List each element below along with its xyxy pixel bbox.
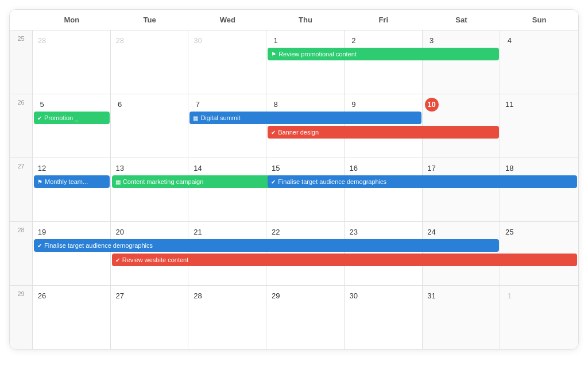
day-num-w1-d3: 8 [269, 98, 283, 112]
day-num-w1-d2: 7 [191, 98, 204, 112]
day-header-sat: Sat [423, 10, 501, 30]
day-num-w4-d0: 26 [35, 289, 49, 303]
day-cell-w4-d6[interactable]: 1 [500, 286, 578, 349]
event-review-promotional-content-w0[interactable]: ⚑Review promotional content [268, 48, 499, 60]
day-cell-w1-d0[interactable]: 5 [33, 94, 111, 158]
day-header-tue: Tue [111, 10, 189, 30]
events-placeholder-w0-d2 [191, 50, 264, 63]
day-num-w0-d1: 28 [113, 34, 127, 48]
day-num-w4-d4: 30 [347, 289, 361, 303]
week-num-0: 25 [10, 30, 33, 94]
day-num-w0-d6: 4 [502, 34, 516, 48]
events-placeholder-w0-d1 [113, 50, 186, 63]
week-row-2: 2712131415161718⚑Monthly team...▦Content… [10, 158, 578, 222]
week-row-3: 2819202122232425✔Finalise target audienc… [10, 222, 578, 286]
day-num-w4-d2: 28 [191, 289, 204, 303]
day-header-fri: Fri [345, 10, 423, 30]
day-num-w3-d1: 20 [113, 225, 127, 239]
day-cell-w0-d2[interactable]: 30 [188, 30, 266, 94]
event-icon: ⚑ [37, 179, 42, 185]
event-icon: ✔ [37, 115, 42, 121]
event-label: Review promotional content [278, 51, 357, 57]
event-label: Banner design [278, 129, 319, 136]
day-cell-w0-d6[interactable]: 4 [500, 30, 578, 94]
event-digital-summit-w1[interactable]: ▦Digital summit [189, 112, 421, 124]
event-icon: ▦ [115, 179, 121, 185]
event-label: Promotion _ [44, 114, 78, 121]
day-num-w3-d4: 23 [347, 225, 361, 239]
event-promotion-_-w1[interactable]: ✔Promotion _ [34, 112, 110, 124]
calendar-body: 252828301234⚑Review promotional content2… [10, 30, 578, 349]
day-cell-w2-d1[interactable]: 13 [111, 158, 189, 221]
day-num-w3-d0: 19 [35, 225, 49, 239]
day-num-w1-d0: 5 [35, 98, 49, 112]
day-num-w2-d0: 12 [35, 162, 49, 175]
calendar: Mon Tue Wed Thu Fri Sat Sun 252828301234… [9, 9, 579, 350]
day-cell-w4-d0[interactable]: 26 [33, 286, 111, 349]
day-num-w0-d0: 28 [35, 34, 49, 48]
day-cell-w4-d5[interactable]: 31 [423, 286, 501, 349]
day-cell-w0-d4[interactable]: 2 [345, 30, 423, 94]
event-icon: ✔ [37, 243, 42, 249]
events-placeholder-w0-d6 [502, 50, 576, 63]
day-num-w2-d5: 17 [425, 162, 439, 175]
week-row-1: 26567891011✔Promotion _▦Digital summit✔B… [10, 94, 578, 158]
events-placeholder-w1-d1 [113, 114, 186, 141]
day-cell-w2-d6[interactable]: 18 [500, 158, 578, 221]
day-cell-w4-d1[interactable]: 27 [111, 286, 189, 349]
day-cell-w0-d0[interactable]: 28 [33, 30, 111, 94]
day-num-w1-d6: 11 [502, 98, 516, 112]
event-label: Finalise target audience demographics [44, 242, 153, 249]
day-cell-w2-d4[interactable]: 16 [345, 158, 423, 221]
event-finalise-target-audience-demographics-w3[interactable]: ✔Finalise target audience demographics [34, 239, 499, 252]
week-row-4: 292627282930311 [10, 286, 578, 349]
day-num-w0-d4: 2 [347, 34, 361, 48]
event-icon: ⚑ [271, 51, 276, 57]
event-banner-design-w1[interactable]: ✔Banner design [268, 126, 499, 139]
day-num-w2-d6: 18 [502, 162, 516, 175]
week-num-4: 29 [10, 286, 33, 349]
day-num-w2-d3: 15 [269, 162, 283, 175]
day-header-thu: Thu [266, 10, 345, 30]
day-cell-w3-d0[interactable]: 19 [33, 222, 111, 285]
day-num-w1-d4: 9 [347, 98, 361, 112]
day-num-w3-d2: 21 [191, 225, 204, 239]
day-cell-w2-d3[interactable]: 15 [266, 158, 345, 221]
day-cell-w2-d5[interactable]: 17 [423, 158, 501, 221]
day-cell-w4-d3[interactable]: 29 [266, 286, 345, 349]
day-cell-w4-d4[interactable]: 30 [345, 286, 423, 349]
day-cell-w2-d0[interactable]: 12 [33, 158, 111, 221]
day-num-w0-d2: 30 [191, 34, 204, 48]
event-icon: ▦ [193, 115, 198, 121]
event-label: Monthly team... [45, 178, 88, 185]
event-icon: ✔ [115, 257, 120, 263]
day-num-w4-d1: 27 [113, 289, 127, 303]
day-num-w2-d1: 13 [113, 162, 127, 175]
event-label: Digital summit [200, 114, 240, 121]
day-num-w3-d5: 24 [425, 225, 439, 239]
day-num-w0-d5: 3 [425, 34, 439, 48]
day-cell-w0-d1[interactable]: 28 [111, 30, 189, 94]
event-review-wesbite-content-w3[interactable]: ✔Review wesbite content [112, 254, 577, 266]
day-cell-w2-d2[interactable]: 14 [188, 158, 266, 221]
week-row-0: 252828301234⚑Review promotional content [10, 30, 578, 94]
event-label: Content marketing campaign [123, 178, 204, 185]
day-num-w4-d5: 31 [425, 289, 439, 303]
day-num-w2-d2: 14 [191, 162, 204, 175]
day-cell-w1-d1[interactable]: 6 [111, 94, 189, 158]
event-finalise-target-audience-demographics-w2[interactable]: ✔Finalise target audience demographics [268, 175, 577, 188]
events-placeholder-w1-d6 [502, 114, 576, 141]
events-placeholder-w0-d0 [35, 50, 108, 63]
event-monthly-team...-w2[interactable]: ⚑Monthly team... [34, 175, 110, 188]
event-icon: ✔ [271, 129, 276, 136]
day-cell-w0-d5[interactable]: 3 [423, 30, 501, 94]
day-header-sun: Sun [500, 10, 578, 30]
day-cell-w4-d2[interactable]: 28 [188, 286, 266, 349]
day-cell-w1-d2[interactable]: 7 [188, 94, 266, 158]
day-cell-w0-d3[interactable]: 1 [266, 30, 345, 94]
day-num-w4-d3: 29 [269, 289, 283, 303]
week-num-2: 27 [10, 158, 33, 221]
day-cell-w1-d6[interactable]: 11 [500, 94, 578, 158]
day-num-w1-d1: 6 [113, 98, 127, 112]
event-label: Review wesbite content [122, 256, 189, 263]
